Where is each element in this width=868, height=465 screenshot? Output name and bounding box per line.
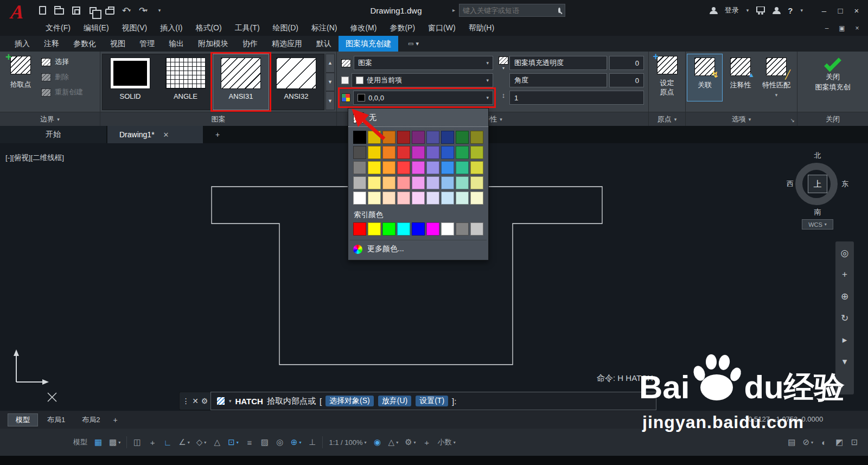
redo-caret-icon[interactable]: ▾ — [145, 8, 148, 13]
options-panel-label[interactable]: 选项 ▾ ↘ — [686, 112, 797, 126]
color-swatch[interactable] — [382, 146, 395, 159]
hatch-type-dropdown[interactable]: 图案 ▾ — [354, 56, 493, 70]
ortho-mode-icon[interactable]: ∟ — [161, 434, 175, 450]
ribbon-display-toggle[interactable]: ▭ ▾ — [403, 36, 424, 52]
color-swatch[interactable] — [368, 176, 381, 189]
menu-item[interactable]: 视图(V) — [116, 21, 154, 36]
maximize-button[interactable]: □ — [832, 2, 848, 18]
model-space-toggle[interactable]: 模型 — [71, 434, 90, 450]
menu-item[interactable]: 参数(P) — [383, 21, 422, 36]
color-swatch[interactable] — [441, 146, 454, 159]
object-snap-3d-icon[interactable]: ⊕▾ — [288, 434, 304, 450]
menu-item[interactable]: 编辑(E) — [77, 21, 116, 36]
color-swatch[interactable] — [397, 146, 410, 159]
search-input[interactable] — [463, 7, 558, 15]
remove-boundary-button[interactable]: 删除 — [41, 72, 83, 82]
select-boundary-button[interactable]: 选择 — [41, 57, 83, 67]
scale-value-box[interactable]: 1 — [509, 91, 644, 105]
lineweight-icon[interactable]: ≡ — [242, 434, 257, 450]
command-option[interactable]: 放弃(U) — [378, 396, 411, 406]
annotation-scale[interactable]: 1:1 / 100%▾ — [326, 434, 369, 450]
chevron-down-icon[interactable]: ▾ — [775, 92, 778, 98]
color-swatch[interactable] — [426, 146, 439, 159]
help-caret-icon[interactable]: ▾ — [800, 8, 803, 13]
doc-close-button[interactable]: × — [851, 23, 864, 34]
grid-display-icon[interactable]: ▦ — [91, 434, 105, 450]
selection-cycling-icon[interactable]: ◎ — [273, 434, 287, 450]
ribbon-tab[interactable]: 注释 — [37, 36, 66, 52]
share-icon[interactable] — [773, 7, 780, 14]
color-swatch[interactable] — [441, 176, 454, 189]
search-icon[interactable] — [558, 8, 560, 13]
orbit-icon[interactable]: ↻ — [838, 311, 852, 325]
ribbon-tab[interactable]: 输出 — [162, 36, 191, 52]
color-swatch[interactable] — [397, 131, 410, 144]
menu-item[interactable]: 帮助(H) — [462, 21, 501, 36]
color-swatch[interactable] — [441, 161, 454, 174]
set-origin-button[interactable]: + 设定原点 — [650, 52, 684, 97]
index-color-swatch[interactable] — [353, 222, 366, 235]
ribbon-tab[interactable]: 视图 — [103, 36, 132, 52]
command-input[interactable]: ▾ HATCH 拾取内部点或 [ 选择对象(S)放弃(U)设置(T) ]: — [210, 392, 656, 410]
annotation-monitor-icon[interactable]: + — [420, 434, 434, 450]
color-swatch[interactable] — [412, 176, 425, 189]
ribbon-tab[interactable]: 管理 — [132, 36, 162, 52]
tab-close-icon[interactable]: ✕ — [163, 131, 169, 139]
color-swatch[interactable] — [412, 161, 425, 174]
gallery-down-button[interactable]: ▼ — [326, 73, 335, 92]
viewcube-east-label[interactable]: 东 — [841, 179, 848, 189]
cart-icon[interactable] — [756, 7, 765, 12]
color-swatch[interactable] — [426, 161, 439, 174]
color-swatch[interactable] — [412, 192, 425, 205]
pattern-swatch-solid[interactable]: SOLID — [103, 54, 158, 110]
transparency-icon[interactable]: ▨ — [258, 434, 272, 450]
angle-value-box[interactable]: 0 — [609, 73, 644, 87]
object-snap-tracking-icon[interactable]: △ — [210, 434, 224, 450]
color-swatch[interactable] — [456, 161, 469, 174]
object-snap-icon[interactable]: ⊡▾ — [225, 434, 241, 450]
pattern-swatch-ansi32[interactable]: ANSI32 — [269, 54, 324, 110]
index-color-swatch[interactable] — [456, 222, 469, 235]
annotative-button[interactable]: ▲ 注释性 — [723, 54, 758, 101]
snap-mode-icon[interactable]: ▩▾ — [106, 434, 123, 450]
index-color-swatch[interactable] — [426, 222, 439, 235]
auto-annotation-scale-icon[interactable]: △▾ — [386, 434, 401, 450]
color-swatch[interactable] — [382, 161, 395, 174]
viewcube-west-label[interactable]: 西 — [787, 179, 794, 189]
tab-start[interactable]: 开始 — [0, 126, 106, 143]
index-color-swatch[interactable] — [382, 222, 395, 235]
color-swatch[interactable] — [456, 192, 469, 205]
tab-drawing1[interactable]: Drawing1* ✕ — [107, 126, 203, 143]
color-swatch[interactable] — [456, 176, 469, 189]
color-swatch[interactable] — [382, 192, 395, 205]
graphics-performance-icon[interactable]: ◩ — [832, 434, 846, 450]
color-swatch[interactable] — [353, 176, 366, 189]
ribbon-tab[interactable]: 精选应用 — [265, 36, 309, 52]
color-swatch[interactable] — [426, 192, 439, 205]
close-hatch-creation-button[interactable]: 关闭 图案填充创 — [797, 53, 868, 92]
index-color-swatch[interactable] — [368, 222, 381, 235]
transparency-quick-icon[interactable]: ▾ — [499, 56, 508, 71]
match-properties-button[interactable]: ╱ 特性匹配 ▾ — [758, 54, 794, 101]
isolate-objects-icon[interactable]: ◐ — [817, 434, 831, 450]
gallery-expand-button[interactable]: ▼ — [326, 91, 335, 110]
associative-button[interactable]: ↯ 关联 — [687, 54, 723, 101]
color-swatch[interactable] — [470, 192, 483, 205]
color-swatch[interactable] — [470, 161, 483, 174]
index-color-swatch[interactable] — [470, 222, 483, 235]
new-layout-button[interactable]: + — [109, 414, 121, 426]
layout-tab[interactable]: 布局2 — [74, 413, 107, 426]
quick-properties-icon[interactable]: ▤ — [784, 434, 799, 450]
color-swatch[interactable] — [353, 161, 366, 174]
isometric-drafting-icon[interactable]: ◇▾ — [194, 434, 209, 450]
color-swatch[interactable] — [353, 192, 366, 205]
color-swatch[interactable] — [412, 131, 425, 144]
viewcube-top-face[interactable]: 上 — [808, 175, 827, 193]
color-swatch[interactable] — [397, 161, 410, 174]
units[interactable]: 小数▾ — [435, 434, 458, 450]
login-button[interactable]: 登录 — [725, 5, 739, 15]
recreate-boundary-button[interactable]: 重新创建 — [41, 87, 83, 97]
autocad-logo-icon[interactable]: A — [3, 0, 32, 25]
dialog-launcher-icon[interactable]: ↘ — [790, 117, 795, 123]
show-motion-icon[interactable]: ▸ — [838, 333, 852, 347]
